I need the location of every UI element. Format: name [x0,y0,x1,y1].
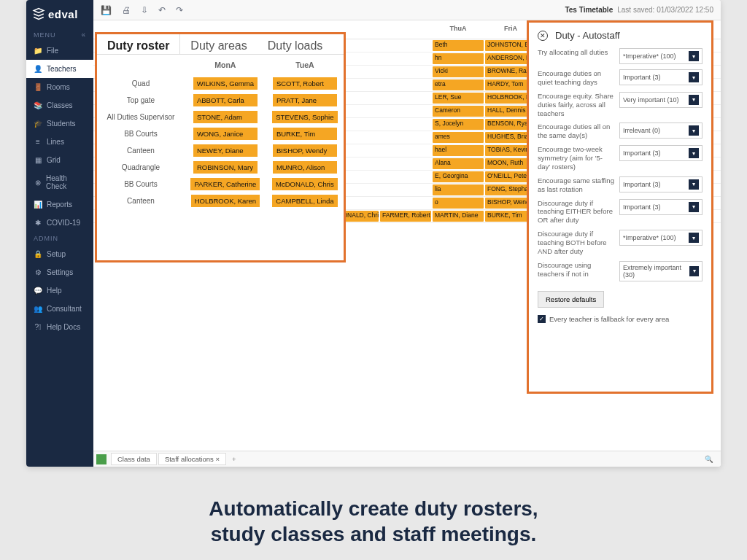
setting-select[interactable]: Very important (10)▾ [619,92,703,108]
chevron-down-icon: ▾ [689,266,699,276]
search-icon[interactable]: 🔍 [705,455,718,463]
staff-cell[interactable]: Alana [433,158,484,169]
staff-cell[interactable]: E, Georgina [433,171,484,182]
duty-row: All Duties Supervisor STONE, Adam STEVEN… [97,109,344,125]
tab-duty-areas[interactable]: Duty areas [180,34,257,54]
redo-icon[interactable]: ↷ [176,5,183,15]
staff-assignment[interactable]: NEWEY, Diane [193,144,258,157]
save-icon[interactable]: 💾 [101,5,112,15]
nav-label: Lines [47,138,64,146]
doc-title: Tes Timetable [565,6,613,14]
nav-icon: 📊 [34,201,42,209]
nav-icon: 💬 [34,287,42,295]
nav-label: Help [47,287,62,295]
print-icon[interactable]: 🖨 [122,5,131,15]
grid-area: ThuAFriAMonBBethJOHNSTON, BenBROWNE, Geo… [93,20,721,451]
panel-title: Duty - Autostaff [555,30,620,41]
staff-cell[interactable]: Vicki [433,66,484,77]
staff-cell[interactable]: hael [433,145,484,156]
staff-assignment[interactable]: SCOTT, Robert [273,77,337,90]
nav-lines[interactable]: ≡Lines [26,133,93,151]
setting-label: Encourage duties on quiet teaching days [538,69,615,87]
collapse-icon[interactable]: « [81,31,86,39]
chevron-down-icon: ▾ [689,72,699,82]
staff-assignment[interactable]: ABBOTT, Carla [193,94,258,106]
setting-select[interactable]: Important (3)▾ [619,176,703,192]
fallback-checkbox[interactable]: ✓ [538,315,546,323]
undo-icon[interactable]: ↶ [158,5,166,15]
staff-assignment[interactable]: ROBINSON, Mary [193,161,258,174]
setting-select[interactable]: Irrelevant (0)▾ [619,122,703,139]
staff-assignment[interactable]: PARKER, Catherine [190,178,260,190]
bottom-tab-staff-alloc[interactable]: Staff allocations × [158,453,226,465]
staff-assignment[interactable]: WILKINS, Gemma [193,77,258,90]
setting-row: Encourage duties on quiet teaching days … [538,69,703,87]
staff-cell[interactable]: Cameron [433,106,484,117]
staff-cell[interactable]: o [433,198,484,209]
duty-area-label: Quadrangle [97,159,185,176]
nav-teachers[interactable]: 👤Teachers [26,60,93,78]
staff-assignment[interactable]: STEVENS, Sophie [272,111,337,123]
staff-cell[interactable]: LER, Sue [433,93,484,104]
nav-grid[interactable]: ▦Grid [26,151,93,169]
marketing-caption: Automatically create duty rosters, study… [0,496,747,547]
staff-cell[interactable]: Beth [433,40,484,51]
staff-cell[interactable]: MARTIN, Diane [433,211,484,222]
restore-defaults-button[interactable]: Restore defaults [538,291,604,308]
nav-label: Classes [47,101,73,109]
staff-cell[interactable]: lia [433,184,484,195]
duty-row: BB Courts PARKER, Catherine McDONALD, Ch… [97,176,344,192]
staff-assignment[interactable]: PRATT, Jane [273,94,337,106]
add-tab-button[interactable]: + [228,454,241,464]
nav-help[interactable]: 💬Help [26,281,93,300]
bottom-tab-class-data[interactable]: Class data [111,453,157,465]
staff-cell[interactable]: hn [433,53,484,64]
staff-assignment[interactable]: CAMPBELL, Linda [272,195,337,207]
setting-select[interactable]: Extremely important (30)▾ [619,261,703,281]
nav-classes[interactable]: 📚Classes [26,96,93,114]
staff-cell[interactable]: etra [433,79,484,90]
staff-cell[interactable]: S, Jocelyn [433,119,484,130]
bottom-tabs: Class data Staff allocations × + 🔍 [93,451,721,467]
tab-duty-roster[interactable]: Duty roster [97,34,180,54]
nav-icon: ?⃝ [34,323,42,331]
nav-label: COVID-19 [47,219,80,227]
logo-text: edval [48,8,78,20]
last-saved: Last saved: 01/03/2022 12:50 [617,6,713,14]
nav-health-check[interactable]: ⊗Health Check [26,169,93,195]
setting-select[interactable]: *Imperative* (100)▾ [619,230,703,246]
staff-assignment[interactable]: BURKE, Tim [273,128,337,140]
chevron-down-icon: ▾ [689,51,699,61]
staff-assignment[interactable]: BISHOP, Wendy [273,144,337,157]
staff-assignment[interactable]: HOLBROOK, Karen [191,195,260,207]
staff-cell[interactable]: ames [433,132,484,143]
staff-assignment[interactable]: McDONALD, Chris [272,178,338,190]
export-icon[interactable]: ⇩ [141,5,148,15]
setting-row: Encourage duties all on the same day(s) … [538,122,703,140]
nav-icon: ✱ [34,219,42,227]
setting-select[interactable]: Important (3)▾ [619,145,703,161]
nav-rooms[interactable]: 🚪Rooms [26,78,93,96]
staff-assignment[interactable]: MUNRO, Alison [273,161,337,174]
close-icon[interactable]: ✕ [538,31,548,41]
nav-label: Health Check [46,174,86,190]
setting-row: Try allocating all duties *Imperative* (… [538,48,703,64]
staff-assignment[interactable]: STONE, Adam [193,111,258,123]
nav-covid-19[interactable]: ✱COVID-19 [26,214,93,232]
nav-reports[interactable]: 📊Reports [26,195,93,214]
setting-select[interactable]: *Imperative* (100)▾ [619,48,703,64]
staff-assignment[interactable]: WONG, Janice [193,128,258,140]
nav-consultant[interactable]: 👥Consultant [26,300,93,318]
staff-cell[interactable]: FARMER, Robert [380,211,431,222]
setting-select[interactable]: Important (3)▾ [619,69,703,85]
tab-duty-loads[interactable]: Duty loads [258,34,333,54]
nav-label: Rooms [47,83,70,91]
nav-settings[interactable]: ⚙Settings [26,263,93,281]
col-mona: MonA [185,55,266,75]
nav-setup[interactable]: 🔒Setup [26,245,93,263]
setting-select[interactable]: Important (3)▾ [619,199,703,215]
duty-row: Quadrangle ROBINSON, Mary MUNRO, Alison [97,159,344,176]
nav-students[interactable]: 🎓Students [26,114,93,133]
nav-help-docs[interactable]: ?⃝Help Docs [26,318,93,336]
nav-file[interactable]: 📁File [26,42,93,60]
